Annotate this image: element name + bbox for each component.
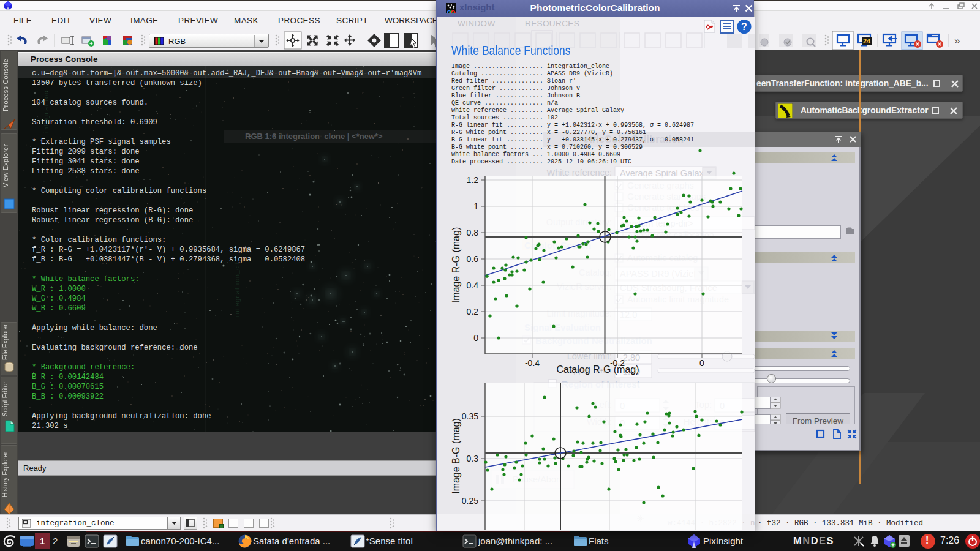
svg-text:WINDOW: WINDOW: [458, 19, 496, 28]
svg-text:0.6: 0.6: [467, 254, 479, 264]
svg-text:-0.4: -0.4: [525, 358, 540, 368]
svg-text:1: 1: [473, 201, 478, 211]
svg-text:0.2: 0.2: [467, 307, 479, 317]
svg-text:?: ?: [741, 21, 747, 32]
svg-text:0: 0: [473, 333, 478, 343]
svg-text:Catalog R-G (mag): Catalog R-G (mag): [556, 364, 639, 375]
svg-text:Image B-G (mag): Image B-G (mag): [451, 418, 461, 494]
svg-text:0.25: 0.25: [462, 496, 478, 506]
svg-text:1.2: 1.2: [467, 175, 479, 185]
svg-text:RESOURCES: RESOURCES: [525, 19, 579, 28]
svg-text:0.35: 0.35: [462, 411, 478, 421]
svg-text:0.3: 0.3: [467, 454, 479, 463]
svg-text:24: 24: [863, 37, 871, 45]
svg-text:White reference:: White reference:: [547, 168, 612, 178]
svg-text:»: »: [954, 35, 960, 47]
svg-text:Image R-G (mag): Image R-G (mag): [451, 227, 461, 303]
svg-text:0: 0: [699, 358, 704, 368]
svg-text:0.4: 0.4: [467, 280, 479, 290]
svg-text:0.8: 0.8: [467, 228, 479, 238]
